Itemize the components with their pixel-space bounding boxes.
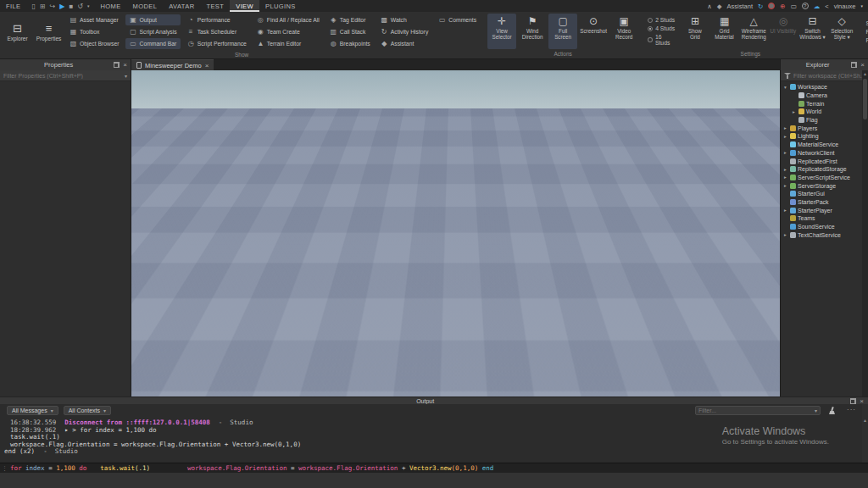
video-record-button[interactable]: ▣ VideoRecord [609,14,638,49]
new-file-icon[interactable]: ▯ [31,3,35,10]
tree-item-terrain[interactable]: Terrain [782,99,868,108]
full-screen-button[interactable]: ▢ FullScreen [548,14,577,49]
username[interactable]: vinauxe [834,3,856,10]
help-icon[interactable]: ? [802,3,809,9]
view-cube-body[interactable]: Back [731,336,767,372]
menu-tab-plugins[interactable]: PLUGINS [259,0,302,12]
undo-dropdown-icon[interactable]: ▾ [87,3,90,8]
radio-2-studs[interactable]: 2 Studs [648,17,676,23]
feedback-icon[interactable]: ▭ [791,3,797,10]
tree-item-teams[interactable]: Teams [782,214,868,223]
switch-windows-button[interactable]: ⊟ SwitchWindows ▾ [798,14,826,49]
selection-style-button[interactable]: ◇ SelectionStyle ▾ [828,14,856,49]
output-scrollbar[interactable]: ▲ [862,404,868,463]
collaborate-icon[interactable]: ⊕ [780,3,785,10]
messages-filter-dropdown[interactable]: All Messages▾ [7,406,58,415]
call-stack-button[interactable]: ▥Call Stack [326,26,374,37]
avatar[interactable] [768,3,775,9]
menu-tab-home[interactable]: HOME [94,0,126,12]
contexts-filter-dropdown[interactable]: All Contexts▾ [64,406,111,415]
command-bar[interactable]: ⋮ for index = 1,100 dotask.wait(.1)works… [0,463,868,473]
popout-icon[interactable] [850,398,856,404]
popout-icon[interactable] [114,62,120,68]
view-cube[interactable]: Y Back [730,335,767,372]
tree-item-startergui[interactable]: StarterGui [782,190,868,198]
tree-item-serverstorage[interactable]: ▸ServerStorage [782,181,868,190]
assistant-label[interactable]: Assistant [727,3,753,10]
share-icon[interactable]: < [825,3,828,10]
toolbox-button[interactable]: ▦Toolbox [66,26,122,37]
tab-close-icon[interactable]: × [205,63,209,69]
open-file-icon[interactable]: ⊞ [40,3,46,10]
tree-item-flag[interactable]: Flag [782,116,868,125]
username-dropdown-icon[interactable]: ▾ [860,3,863,8]
watch-button[interactable]: ▩Watch [377,14,432,25]
output-console[interactable]: 16:38:32.559Disconnect from ::ffff:127.0… [0,417,868,456]
menu-tab-model[interactable]: MODEL [127,0,164,12]
undo-icon[interactable]: ↺ [77,3,83,10]
chevron-down-icon[interactable]: ▾ [815,408,817,413]
performance-button[interactable]: ◔Performance [184,14,250,25]
redo-icon[interactable]: ↪ [50,3,56,10]
chevron-down-icon[interactable]: ▾ [125,73,127,79]
tree-item-workspace[interactable]: ▾Workspace [782,83,868,92]
asset-manager-button[interactable]: ▤Asset Manager [66,14,122,25]
tree-item-replicatedfirst[interactable]: ReplicatedFirst [782,157,868,165]
stop-icon[interactable]: ■ [69,3,73,10]
terrain-editor-button[interactable]: ▲Terrain Editor [253,38,323,49]
tree-item-starterpack[interactable]: StarterPack [782,198,868,207]
expand-icon[interactable]: ▸ [782,134,788,139]
flag-model[interactable] [381,165,559,373]
tree-item-lighting[interactable]: ▸Lighting [782,132,868,141]
find-all-button[interactable]: ◎Find All / Replace All [253,14,323,25]
collapse-ribbon-icon[interactable]: ∧ [707,3,712,10]
tag-editor-button[interactable]: ◈Tag Editor [326,14,374,25]
expand-icon[interactable]: ▸ [782,167,788,172]
tree-item-starterplayer[interactable]: ▸StarterPlayer [782,206,868,214]
tree-item-replicatedstorage[interactable]: ▸ReplicatedStorage [782,165,868,174]
team-create-button[interactable]: ◉Team Create [253,26,323,37]
script-performance-button[interactable]: ◷Script Performance [184,38,250,49]
expand-icon[interactable]: ▸ [782,208,788,213]
output-toggle-button[interactable]: ▣Output [125,14,180,25]
tree-item-serverscriptservice[interactable]: ▸ServerScriptService [782,174,868,182]
close-icon[interactable]: × [860,62,865,68]
explorer-toggle-button[interactable]: ⊟ Explorer [3,14,32,50]
tree-item-materialservice[interactable]: MaterialService [782,141,868,149]
grid-material-button[interactable]: ▦ GridMaterial [710,14,738,49]
cloud-icon[interactable]: ☁ [814,3,821,10]
explorer-filter-input[interactable] [793,73,868,79]
popout-icon[interactable] [851,62,857,68]
object-browser-button[interactable]: ▧Object Browser [66,38,122,49]
properties-toggle-button[interactable]: ≡ Properties [34,14,64,50]
expand-icon[interactable]: ▸ [782,150,788,155]
activity-history-button[interactable]: ↻Activity History [377,26,432,37]
menu-tab-view[interactable]: VIEW [230,0,259,12]
tab-minesweeper-demo[interactable]: Minesweeper Demo × [131,59,214,70]
view-selector-button[interactable]: ✛ ViewSelector [487,14,516,49]
radio-4-studs[interactable]: 4 Studs [648,25,676,31]
tree-item-players[interactable]: ▸Players [782,124,868,132]
properties-filter-input[interactable] [3,73,122,79]
lock-toggle[interactable] [766,380,776,391]
assistant-button[interactable]: ◆Assistant [377,38,432,49]
wind-direction-button[interactable]: ⚑ WindDirection [518,14,547,49]
radio-16-studs[interactable]: 16 Studs [648,34,676,46]
expand-icon[interactable]: ▸ [782,125,788,130]
close-icon[interactable]: × [123,62,127,68]
script-analysis-button[interactable]: ▢Script Analysis [125,26,180,37]
menu-file[interactable]: FILE [0,0,26,12]
expand-icon[interactable]: ▸ [782,175,788,180]
play-icon[interactable]: ▶ [59,3,64,10]
expand-icon[interactable]: ▸ [791,109,797,114]
update-icon[interactable]: ↻ [758,3,763,10]
expand-icon[interactable]: ▸ [782,232,788,237]
more-options-icon[interactable]: ··· [847,406,856,413]
task-scheduler-button[interactable]: ≡Task Scheduler [184,26,250,37]
command-bar-toggle-button[interactable]: ▭Command Bar [125,38,180,49]
close-icon[interactable]: × [860,398,864,404]
3d-viewport[interactable]: Y Back 4.9 [131,70,780,396]
comments-button[interactable]: ▭Comments [435,14,480,25]
show-grid-button[interactable]: ⊞ ShowGrid [682,14,709,49]
breakpoints-button[interactable]: ◍Breakpoints [326,38,374,49]
